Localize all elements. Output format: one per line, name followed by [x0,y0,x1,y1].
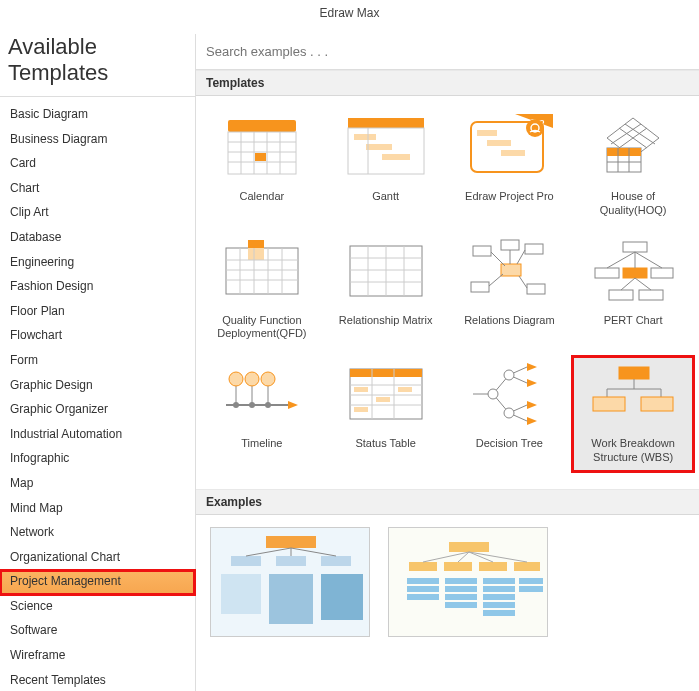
template-tile[interactable]: Quality Function Deployment(QFD) [202,234,322,348]
template-tile[interactable]: Relations Diagram [450,234,570,348]
template-icon [342,114,430,180]
template-tile[interactable]: PERT Chart [573,234,693,348]
svg-rect-12 [354,134,376,140]
template-icon [218,114,306,180]
svg-rect-87 [398,387,412,392]
svg-rect-120 [407,578,439,584]
category-item[interactable]: Engineering [0,251,195,276]
svg-rect-132 [519,578,543,584]
svg-rect-56 [623,242,647,252]
example-thumb[interactable] [210,527,370,637]
template-icon [589,114,677,180]
section-header-templates: Templates [196,70,699,96]
svg-rect-45 [501,264,521,276]
sidebar-header: Available Templates [0,34,195,97]
svg-point-77 [265,402,271,408]
template-label: Calendar [240,190,285,204]
svg-rect-130 [483,602,515,608]
category-item[interactable]: Mind Map [0,497,195,522]
main-panel: Templates CalendarGanttProEdraw Project … [196,34,699,691]
svg-rect-115 [449,542,489,552]
svg-point-89 [488,389,498,399]
template-label: House of Quality(HOQ) [578,190,688,218]
svg-marker-68 [288,401,298,409]
category-item[interactable]: Basic Diagram [0,103,195,128]
category-item[interactable]: Card [0,152,195,177]
svg-line-53 [489,274,503,286]
category-item[interactable]: Floor Plan [0,300,195,325]
svg-rect-48 [471,282,489,292]
svg-point-22 [526,119,544,137]
category-item[interactable]: Project Management [0,570,195,595]
template-tile[interactable]: House of Quality(HOQ) [573,110,693,224]
svg-rect-14 [382,154,410,160]
category-item[interactable]: Database [0,226,195,251]
svg-rect-96 [619,367,649,379]
svg-rect-131 [483,610,515,616]
template-icon: Pro [465,114,553,180]
category-item[interactable]: Industrial Automation [0,423,195,448]
svg-rect-46 [473,246,491,256]
template-tile[interactable]: Gantt [326,110,446,224]
category-item[interactable]: Fashion Design [0,275,195,300]
example-thumb[interactable] [388,527,548,637]
svg-marker-93 [527,379,537,387]
category-item[interactable]: Recent Templates [0,669,195,691]
category-item[interactable]: Infographic [0,447,195,472]
svg-rect-29 [248,240,264,248]
category-item[interactable]: Form [0,349,195,374]
svg-rect-129 [483,594,515,600]
svg-rect-118 [479,562,507,571]
template-tile[interactable]: Decision Tree [450,357,570,471]
svg-rect-107 [321,556,351,566]
template-tile[interactable]: Calendar [202,110,322,224]
category-item[interactable]: Science [0,595,195,620]
template-icon [342,361,430,427]
svg-point-76 [249,402,255,408]
svg-rect-124 [445,586,477,592]
svg-marker-95 [527,417,537,425]
svg-rect-0 [228,120,296,132]
template-icon [342,238,430,304]
template-tile[interactable]: Status Table [326,357,446,471]
category-item[interactable]: Network [0,521,195,546]
svg-rect-123 [445,578,477,584]
template-label: Quality Function Deployment(QFD) [207,314,317,342]
svg-rect-106 [276,556,306,566]
svg-rect-50 [501,240,519,250]
svg-rect-61 [639,290,663,300]
svg-point-74 [261,372,275,386]
category-item[interactable]: Wireframe [0,644,195,669]
category-item[interactable]: Map [0,472,195,497]
svg-rect-59 [651,268,673,278]
svg-rect-79 [350,369,422,377]
svg-marker-94 [527,401,537,409]
template-tile[interactable]: Timeline [202,357,322,471]
category-item[interactable]: Clip Art [0,201,195,226]
svg-rect-133 [519,586,543,592]
template-label: Edraw Project Pro [465,190,554,204]
svg-rect-104 [266,536,316,548]
category-item[interactable]: Graphic Design [0,374,195,399]
svg-rect-9 [255,153,266,161]
template-tile[interactable]: ProEdraw Project Pro [450,110,570,224]
template-tile[interactable]: Relationship Matrix [326,234,446,348]
svg-point-75 [233,402,239,408]
sidebar: Available Templates Basic DiagramBusines… [0,34,196,691]
svg-point-73 [245,372,259,386]
template-icon [589,361,677,427]
category-item[interactable]: Organizational Chart [0,546,195,571]
svg-rect-109 [269,574,313,624]
category-item[interactable]: Software [0,619,195,644]
svg-line-51 [491,252,505,266]
template-tile[interactable]: Work Breakdown Structure (WBS) [573,357,693,471]
svg-rect-10 [348,118,424,128]
svg-line-66 [635,278,651,290]
template-icon [218,238,306,304]
category-item[interactable]: Flowchart [0,324,195,349]
category-item[interactable]: Graphic Organizer [0,398,195,423]
search-input[interactable] [204,40,691,63]
category-item[interactable]: Business Diagram [0,128,195,153]
category-item[interactable]: Chart [0,177,195,202]
svg-rect-85 [354,387,368,392]
